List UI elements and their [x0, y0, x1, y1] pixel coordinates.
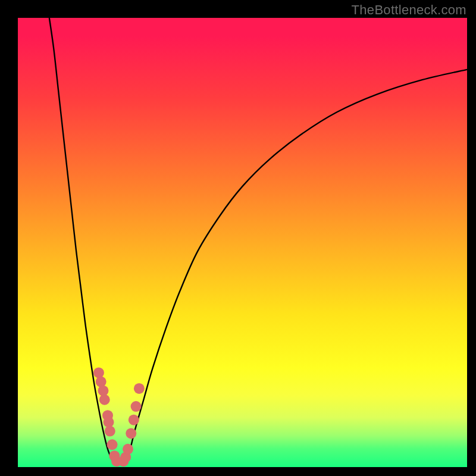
chart-svg [18, 18, 467, 467]
data-point-marker [126, 428, 136, 439]
data-point-marker [99, 394, 110, 405]
data-point-marker [123, 444, 133, 455]
data-point-marker [129, 415, 139, 425]
data-point-marker [134, 383, 145, 394]
data-point-marker [96, 377, 107, 387]
data-point-marker [131, 401, 142, 412]
plot-area [18, 18, 467, 467]
data-point-marker [98, 386, 108, 396]
chart-frame: TheBottleneck.com [0, 0, 476, 476]
data-point-marker [93, 367, 104, 378]
curve-right-branch [126, 70, 467, 461]
data-point-marker [105, 426, 115, 437]
data-point-marker [104, 417, 114, 428]
data-point-marker [107, 439, 118, 450]
watermark-text: TheBottleneck.com [352, 2, 466, 18]
